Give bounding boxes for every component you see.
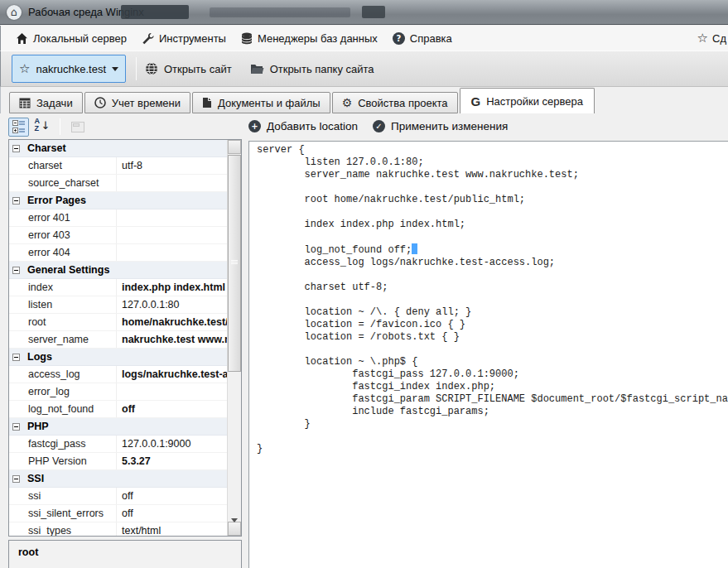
menu-donate[interactable]: ☆ Сд bbox=[697, 32, 726, 45]
config-line bbox=[257, 231, 728, 243]
property-value[interactable]: off bbox=[117, 488, 227, 504]
config-code: server { listen 127.0.0.1:80; server_nam… bbox=[257, 144, 728, 455]
property-row[interactable]: source_charset bbox=[9, 175, 227, 192]
collapse-icon[interactable] bbox=[12, 475, 20, 483]
property-row[interactable]: fastcgi_pass127.0.0.1:9000 bbox=[9, 436, 227, 453]
help-icon: ? bbox=[393, 32, 405, 45]
property-value[interactable]: text/html bbox=[117, 522, 227, 536]
categorized-view-button[interactable] bbox=[8, 118, 29, 137]
property-rows: Charsetcharsetutf-8source_charsetError P… bbox=[9, 140, 227, 536]
collapse-icon[interactable] bbox=[12, 267, 20, 274]
property-value[interactable]: 127.0.0.1:80 bbox=[117, 296, 227, 313]
server-config-editor[interactable]: server { listen 127.0.0.1:80; server_nam… bbox=[248, 141, 728, 568]
property-description-panel: root bbox=[8, 540, 242, 568]
vertical-scrollbar[interactable] bbox=[227, 140, 241, 536]
property-value[interactable]: 5.3.27 bbox=[117, 453, 227, 469]
property-name: error 401 bbox=[9, 209, 117, 226]
property-row[interactable]: error_log bbox=[9, 383, 227, 401]
menu-help[interactable]: ? Справка bbox=[393, 32, 452, 45]
scroll-up-button[interactable] bbox=[228, 140, 241, 154]
config-line: fastcgi_pass 127.0.0.1:9000; bbox=[257, 368, 728, 381]
property-value[interactable] bbox=[117, 244, 227, 261]
property-value[interactable] bbox=[117, 209, 227, 226]
scroll-down-button[interactable] bbox=[228, 522, 241, 536]
database-icon bbox=[241, 32, 253, 45]
property-row[interactable]: error 401 bbox=[9, 209, 227, 227]
property-row[interactable]: roothome/nakruchke.test/public_html bbox=[9, 314, 227, 331]
folder-icon bbox=[250, 63, 264, 75]
category-row[interactable]: SSI bbox=[9, 470, 227, 488]
config-line: charset utf-8; bbox=[257, 282, 728, 294]
tab-bar: Задачи Учет времени Документы и файлы ⚙ … bbox=[0, 87, 728, 113]
open-site-button[interactable]: Открыть сайт bbox=[145, 62, 232, 75]
property-value[interactable]: utf-8 bbox=[117, 157, 227, 174]
property-row[interactable]: log_not_foundoff bbox=[9, 401, 227, 418]
property-row[interactable]: access_loglogs/nakruchke.test-access.log bbox=[9, 366, 227, 383]
property-value[interactable] bbox=[117, 175, 227, 191]
menu-db-managers[interactable]: Менеджеры баз данных bbox=[241, 32, 378, 45]
property-name: charset bbox=[9, 157, 117, 174]
toolbar-separator bbox=[136, 57, 137, 80]
tab-time-tracking[interactable]: Учет времени bbox=[84, 92, 190, 113]
collapse-icon[interactable] bbox=[12, 197, 20, 205]
az-sort-icon: AZ↓ bbox=[35, 119, 51, 134]
scrollbar-thumb[interactable] bbox=[228, 155, 241, 372]
category-label: Charset bbox=[27, 142, 66, 154]
tab-project-properties[interactable]: ⚙ Свойства проекта bbox=[332, 92, 458, 113]
property-name: server_name bbox=[9, 331, 117, 348]
property-name: index bbox=[9, 279, 117, 296]
property-row[interactable]: ssi_silent_errorsoff bbox=[9, 505, 227, 522]
property-row[interactable]: ssioff bbox=[9, 488, 227, 505]
redacted-block bbox=[121, 5, 189, 19]
category-row[interactable]: PHP bbox=[9, 418, 227, 436]
alphabetical-sort-button[interactable]: AZ↓ bbox=[32, 118, 53, 137]
clock-icon bbox=[94, 97, 106, 108]
property-row[interactable]: server_namenakruchke.test www.nakruchke.… bbox=[9, 331, 227, 349]
property-row[interactable]: PHP Version5.3.27 bbox=[9, 453, 227, 470]
category-row[interactable]: Charset bbox=[9, 140, 227, 157]
menu-tools[interactable]: Инструменты bbox=[142, 32, 226, 45]
property-value[interactable]: home/nakruchke.test/public_html bbox=[117, 314, 227, 330]
site-selector[interactable]: ☆ nakruchke.test bbox=[12, 55, 126, 83]
config-line: fastcgi_param SCRIPT_FILENAME $document_… bbox=[257, 393, 728, 406]
property-grid[interactable]: Charsetcharsetutf-8source_charsetError P… bbox=[8, 139, 242, 537]
add-location-button[interactable]: + Добавить location bbox=[248, 120, 358, 132]
collapse-icon[interactable] bbox=[12, 145, 20, 152]
property-name: fastcgi_pass bbox=[9, 436, 117, 452]
property-row[interactable]: charsetutf-8 bbox=[9, 157, 227, 175]
property-value[interactable]: nakruchke.test www.nakruchke.test bbox=[117, 331, 227, 348]
category-row[interactable]: Logs bbox=[9, 349, 227, 366]
category-row[interactable]: General Settings bbox=[9, 262, 227, 279]
property-row[interactable]: ssi_typestext/html bbox=[9, 522, 227, 536]
property-value[interactable]: off bbox=[117, 401, 227, 417]
category-label: Logs bbox=[27, 351, 52, 363]
property-value[interactable]: index.php index.html bbox=[117, 279, 227, 296]
plus-circle-icon: + bbox=[248, 120, 261, 132]
category-row[interactable]: Error Pages bbox=[9, 192, 227, 209]
apply-changes-button[interactable]: ✓ Применить изменения bbox=[373, 120, 508, 132]
property-value[interactable] bbox=[117, 227, 227, 243]
open-site-folder-button[interactable]: Открыть папку сайта bbox=[250, 63, 374, 75]
tab-tasks[interactable]: Задачи bbox=[9, 92, 83, 113]
property-value[interactable] bbox=[117, 383, 227, 400]
property-value[interactable]: off bbox=[117, 505, 227, 522]
property-row[interactable]: listen127.0.0.1:80 bbox=[9, 296, 227, 314]
collapse-icon[interactable] bbox=[12, 423, 20, 431]
property-value[interactable]: logs/nakruchke.test-access.log bbox=[117, 366, 227, 383]
text-cursor bbox=[412, 243, 417, 254]
property-value[interactable]: 127.0.0.1:9000 bbox=[117, 436, 227, 452]
star-icon: ☆ bbox=[19, 63, 30, 75]
property-row[interactable]: error 404 bbox=[9, 244, 227, 262]
collapse-icon[interactable] bbox=[12, 354, 20, 361]
property-name: listen bbox=[9, 296, 117, 313]
category-label: PHP bbox=[27, 421, 49, 432]
config-line: access_log logs/nakruchke.test-access.lo… bbox=[257, 257, 728, 269]
title-bar[interactable]: ⌂ Рабочая среда Winginx bbox=[0, 0, 728, 25]
tab-documents-files[interactable]: Документы и файлы bbox=[192, 92, 330, 113]
property-row[interactable]: error 403 bbox=[9, 227, 227, 244]
property-row[interactable]: indexindex.php index.html bbox=[9, 279, 227, 296]
tasks-icon bbox=[19, 98, 31, 108]
config-line: index index.php index.html; bbox=[257, 219, 728, 231]
tab-server-settings[interactable]: G Настройки сервера bbox=[460, 88, 595, 113]
menu-local-server[interactable]: Локальный сервер bbox=[16, 32, 127, 45]
